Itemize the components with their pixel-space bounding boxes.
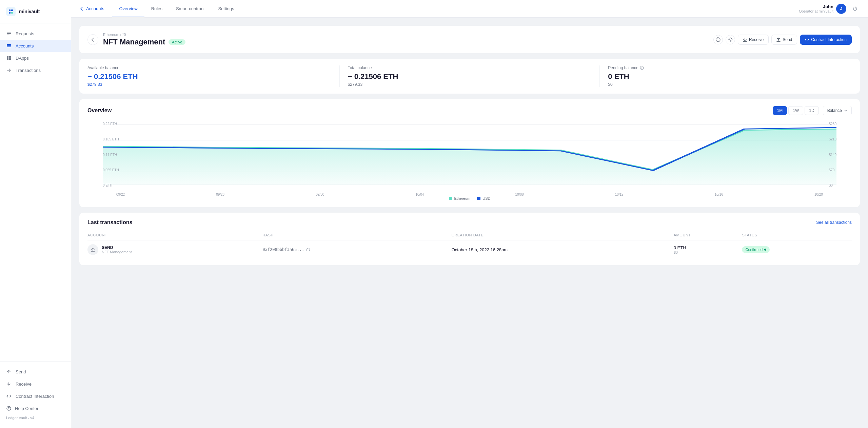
topnav: Accounts Overview Rules Smart contract S…: [71, 0, 868, 18]
logo-icon: [6, 7, 16, 16]
sidebar-label-requests: Requests: [16, 31, 34, 36]
tab-smart-contract-label: Smart contract: [176, 6, 205, 11]
send-button[interactable]: Send: [771, 35, 797, 45]
tab-smart-contract[interactable]: Smart contract: [169, 1, 212, 17]
settings-button[interactable]: [726, 35, 735, 44]
x-label-2: 09/30: [316, 193, 324, 196]
period-1w[interactable]: 1W: [788, 106, 803, 115]
avatar[interactable]: J: [836, 4, 846, 14]
sidebar-item-transactions[interactable]: Transactions: [0, 64, 71, 76]
sidebar-item-dapps[interactable]: DApps: [0, 52, 71, 64]
x-label-4: 10/08: [515, 193, 524, 196]
see-all-transactions[interactable]: See all transactions: [816, 220, 852, 225]
sidebar-item-send[interactable]: Send: [0, 366, 71, 378]
sidebar-label-receive: Receive: [16, 382, 32, 387]
view-select[interactable]: Balance: [823, 106, 852, 115]
sidebar-item-accounts[interactable]: Accounts: [0, 40, 71, 52]
legend-usd-label: USD: [482, 196, 490, 200]
svg-rect-10: [7, 56, 8, 58]
refresh-button[interactable]: [713, 35, 723, 44]
user-name: John: [799, 4, 833, 9]
view-select-label: Balance: [827, 108, 842, 113]
tab-overview[interactable]: Overview: [112, 1, 144, 17]
period-1m[interactable]: 1M: [773, 106, 787, 115]
overview-title: Overview: [87, 108, 112, 114]
tx-account-cell: SEND NFT Management: [87, 241, 262, 259]
tx-hash-cell: 0xf208bbbf3a65...: [262, 241, 451, 259]
main-content: Accounts Overview Rules Smart contract S…: [71, 0, 868, 428]
status-label: Confirmed: [745, 248, 763, 252]
refresh-icon: [716, 37, 721, 42]
total-balance-amount: ~ 0.21506 ETH: [348, 72, 592, 81]
back-label: Accounts: [86, 6, 104, 11]
power-button[interactable]: [850, 4, 860, 14]
send-btn-icon: [776, 38, 781, 42]
chart-container: 0.22 ETH 0.165 ETH 0.11 ETH 0.055 ETH 0 …: [103, 121, 836, 189]
tab-rules[interactable]: Rules: [144, 1, 169, 17]
svg-rect-8: [7, 45, 11, 46]
tx-account-name: NFT Management: [102, 250, 132, 254]
x-label-0: 09/22: [116, 193, 125, 196]
legend-usd: USD: [477, 196, 490, 200]
sidebar-bottom: Send Receive Contract Interaction Help C…: [0, 361, 71, 428]
transactions-card: Last transactions See all transactions A…: [79, 213, 860, 265]
sidebar-label-accounts: Accounts: [16, 43, 34, 48]
tab-settings[interactable]: Settings: [211, 1, 241, 17]
chart-y-axis-left: 0.22 ETH 0.165 ETH 0.11 ETH 0.055 ETH 0 …: [103, 121, 119, 189]
svg-rect-22: [307, 249, 309, 251]
help-icon: [6, 406, 12, 411]
svg-rect-11: [9, 56, 11, 58]
y-right-label-3: $70: [829, 168, 836, 172]
available-balance-amount: ~ 0.21506 ETH: [87, 72, 331, 81]
copy-icon[interactable]: [306, 248, 310, 252]
status-badge: Confirmed: [742, 246, 770, 253]
sidebar-help-label: Help Center: [15, 406, 38, 411]
account-prev-button[interactable]: [87, 34, 98, 45]
y-right-label-0: $280: [829, 122, 836, 126]
svg-rect-4: [7, 32, 11, 33]
user-role: Operator at minivault: [799, 9, 833, 13]
receive-btn-label: Receive: [749, 37, 764, 42]
svg-point-15: [730, 39, 731, 40]
svg-rect-7: [7, 46, 11, 47]
sidebar-item-receive[interactable]: Receive: [0, 378, 71, 390]
receive-button[interactable]: Receive: [738, 35, 769, 45]
tx-hash-value: 0xf208bbbf3a65...: [262, 247, 451, 252]
y-right-label-2: $140: [829, 153, 836, 157]
total-balance-label: Total balance: [348, 65, 592, 70]
tx-type-icon: [87, 244, 98, 255]
tx-amount-value: 0 ETH: [674, 245, 742, 250]
legend-ethereum: Ethereum: [449, 196, 471, 200]
legend-ethereum-dot: [449, 197, 452, 200]
sidebar-item-contract[interactable]: Contract Interaction: [0, 390, 71, 402]
sidebar-item-requests[interactable]: Requests: [0, 27, 71, 40]
sidebar-label-transactions: Transactions: [16, 68, 41, 73]
back-button[interactable]: Accounts: [79, 6, 104, 11]
status-dot: [764, 249, 766, 251]
back-icon: [79, 6, 84, 11]
transactions-table-header: ACCOUNT HASH CREATION DATE AMOUNT STATUS: [87, 231, 852, 241]
total-balance-card: Total balance ~ 0.21506 ETH $279.33: [348, 65, 600, 87]
tx-amount-cell: 0 ETH $0: [674, 241, 742, 259]
sidebar-help[interactable]: Help Center: [0, 402, 71, 414]
sidebar-label-dapps: DApps: [16, 56, 29, 61]
sidebar-label-send: Send: [16, 369, 26, 374]
y-right-label-1: $210: [829, 137, 836, 141]
chart-x-axis: 09/22 09/26 09/30 10/04 10/08 10/12 10/1…: [103, 193, 836, 196]
layers-icon: [6, 43, 12, 48]
account-info: Ethereum n°0 NFT Management Active: [103, 33, 185, 46]
overview-controls: 1M 1W 1D Balance: [773, 106, 852, 115]
sidebar: minivault Requests Accounts DApps Transa…: [0, 0, 71, 428]
period-1d[interactable]: 1D: [805, 106, 818, 115]
overview-card: Overview 1M 1W 1D Balance: [79, 99, 860, 207]
account-name: NFT Management Active: [103, 38, 185, 46]
x-label-7: 10/20: [814, 193, 823, 196]
contract-interaction-button[interactable]: Contract Interaction: [800, 35, 852, 45]
svg-rect-13: [9, 58, 11, 60]
transactions-table-body: SEND NFT Management 0xf208bbbf3a65...: [87, 241, 852, 259]
sidebar-nav: Requests Accounts DApps Transactions: [0, 23, 71, 361]
svg-rect-2: [9, 12, 11, 14]
topnav-tabs: Overview Rules Smart contract Settings: [112, 1, 798, 17]
tab-rules-label: Rules: [151, 6, 162, 11]
contract-icon: [6, 393, 12, 399]
